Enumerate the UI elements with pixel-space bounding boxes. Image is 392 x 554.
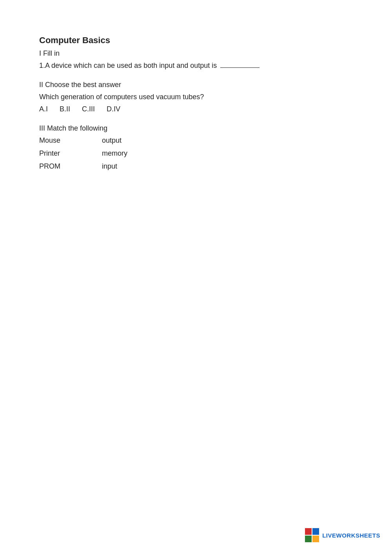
- match-right-1: output: [102, 136, 122, 145]
- choice-c[interactable]: C.III: [82, 105, 95, 113]
- liveworksheets-branding: LIVEWORKSHEETS: [305, 528, 380, 542]
- section1-heading: I Fill in: [39, 49, 353, 58]
- section2-question: Which generation of computers used vacuu…: [39, 93, 353, 101]
- section1-question: 1.A device which can be used as both inp…: [39, 62, 353, 70]
- section3-heading: III Match the following: [39, 124, 353, 133]
- logo-cell-yellow: [312, 536, 319, 542]
- choice-a[interactable]: A.I: [39, 105, 48, 113]
- match-row-2: Printer memory: [39, 149, 353, 158]
- choice-d[interactable]: D.IV: [107, 105, 120, 113]
- choices-row: A.I B.II C.III D.IV: [39, 105, 353, 113]
- match-left-1: Mouse: [39, 136, 102, 145]
- fill-in-question-text: 1.A device which can be used as both inp…: [39, 62, 217, 69]
- liveworksheets-logo-text: LIVEWORKSHEETS: [322, 532, 380, 539]
- match-left-3: PROM: [39, 162, 102, 171]
- logo-cell-blue: [312, 528, 319, 535]
- choice-b[interactable]: B.II: [60, 105, 70, 113]
- match-row-1: Mouse output: [39, 136, 353, 145]
- fill-in-blank[interactable]: [220, 67, 260, 68]
- page-title: Computer Basics: [39, 35, 353, 45]
- match-row-3: PROM input: [39, 162, 353, 171]
- match-right-3: input: [102, 162, 117, 171]
- liveworksheets-logo-icon: [305, 528, 319, 542]
- match-left-2: Printer: [39, 149, 102, 158]
- match-right-2: memory: [102, 149, 127, 158]
- logo-cell-red: [305, 528, 312, 535]
- match-table: Mouse output Printer memory PROM input: [39, 136, 353, 171]
- logo-cell-green: [305, 536, 312, 542]
- section2-heading: II Choose the best answer: [39, 81, 353, 89]
